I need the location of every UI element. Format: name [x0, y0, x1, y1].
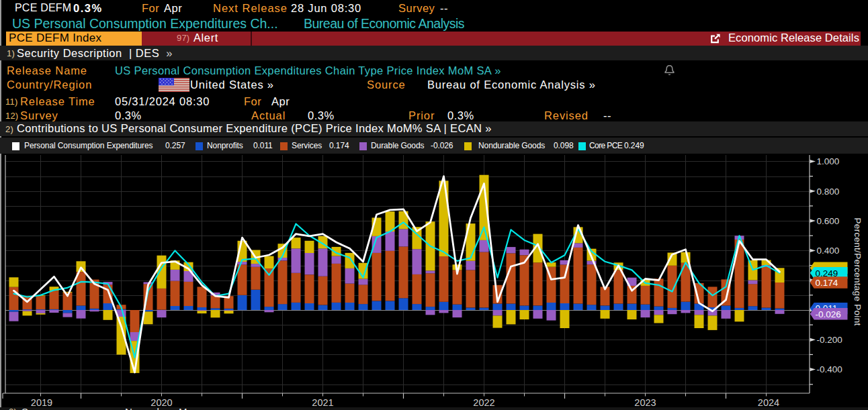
svg-text:1.000: 1.000: [817, 156, 840, 166]
svg-text:Percent/Percentage Point: Percent/Percentage Point: [853, 217, 863, 325]
svg-text:2022: 2022: [473, 397, 494, 408]
svg-text:-0.200: -0.200: [817, 335, 842, 345]
svg-text:-0.400: -0.400: [817, 364, 842, 374]
svg-text:-0.026: -0.026: [816, 309, 841, 319]
svg-text:0.600: 0.600: [817, 216, 840, 226]
svg-text:0.800: 0.800: [817, 187, 840, 197]
svg-text:0.174: 0.174: [816, 278, 838, 288]
svg-text:2023: 2023: [634, 397, 656, 408]
svg-text:0.400: 0.400: [817, 246, 840, 256]
svg-text:2021: 2021: [312, 397, 333, 408]
svg-text:2024: 2024: [758, 397, 779, 408]
